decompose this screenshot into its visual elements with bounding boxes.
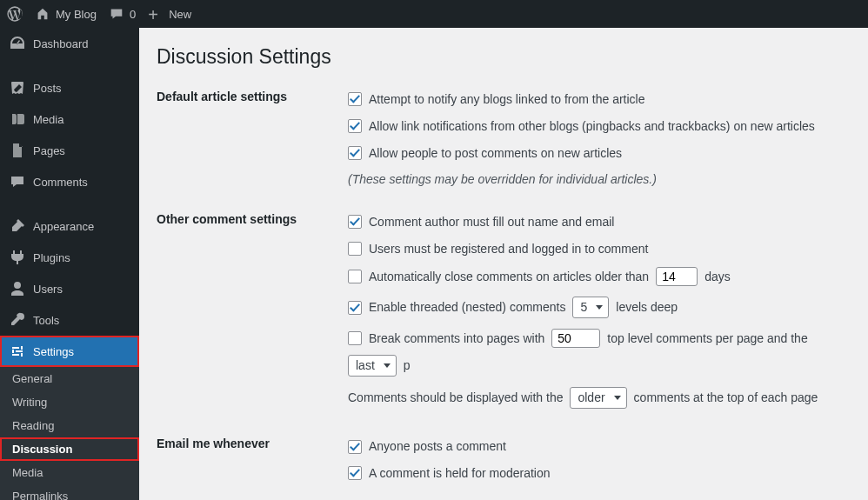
comment-icon <box>109 6 124 22</box>
menu-pages-label: Pages <box>33 144 65 157</box>
section-email-heading: Email me whenever <box>157 431 348 500</box>
home-icon <box>35 6 50 22</box>
adminbar-comments[interactable]: 0 <box>109 6 136 22</box>
dashboard-icon <box>9 35 26 52</box>
menu-dashboard[interactable]: Dashboard <box>0 28 139 59</box>
label-auto-close-prefix: Automatically close comments on articles… <box>369 269 649 285</box>
label-threaded-suffix: levels deep <box>616 299 678 316</box>
site-name: My Blog <box>56 8 97 21</box>
plus-icon: + <box>148 6 164 22</box>
checkbox-require-name-email[interactable] <box>348 215 362 229</box>
chevron-down-icon <box>614 396 621 400</box>
input-close-days[interactable] <box>656 267 698 286</box>
label-paginate-suffix-truncated: p <box>404 357 411 374</box>
discussion-form: Default article settings Attempt to noti… <box>157 84 851 500</box>
checkbox-default-pingback[interactable] <box>348 92 362 106</box>
settings-content: Discussion Settings Default article sett… <box>139 28 868 500</box>
label-allow-comments: Allow people to post comments on new art… <box>369 145 622 162</box>
menu-comments-label: Comments <box>33 176 88 189</box>
checkbox-email-held-moderation[interactable] <box>348 466 362 480</box>
section-other-heading: Other comment settings <box>157 207 348 431</box>
label-threaded-prefix: Enable threaded (nested) comments <box>369 299 565 316</box>
label-comment-order-suffix: comments at the top of each page <box>634 390 818 406</box>
page-title: Discussion Settings <box>157 45 851 69</box>
plugins-icon <box>9 249 26 266</box>
menu-dashboard-label: Dashboard <box>33 37 89 50</box>
menu-tools[interactable]: Tools <box>0 304 139 336</box>
label-auto-close-suffix: days <box>704 269 731 285</box>
menu-media-label: Media <box>33 113 63 126</box>
menu-comments[interactable]: Comments <box>0 166 139 197</box>
select-comment-order-value: older <box>578 390 604 406</box>
submenu-writing[interactable]: Writing <box>0 390 139 414</box>
adminbar-new-label: New <box>169 8 191 21</box>
checkbox-email-anyone-posts[interactable] <box>348 440 362 454</box>
adminbar-new[interactable]: + New <box>148 6 191 22</box>
label-paginate-mid: top level comments per page and the <box>607 330 807 347</box>
default-article-note: (These settings may be overridden for in… <box>348 167 851 190</box>
menu-posts[interactable]: Posts <box>0 72 139 103</box>
wp-logo[interactable] <box>7 6 23 22</box>
checkbox-auto-close[interactable] <box>348 270 362 283</box>
menu-settings[interactable]: Settings <box>0 336 139 367</box>
checkbox-threaded[interactable] <box>348 301 362 315</box>
label-require-name-email: Comment author must fill out name and em… <box>369 214 614 230</box>
menu-appearance[interactable]: Appearance <box>0 210 139 242</box>
label-default-pingback: Attempt to notify any blogs linked to fr… <box>369 91 645 108</box>
submenu-media[interactable]: Media <box>0 461 139 484</box>
chevron-down-icon <box>384 363 391 368</box>
tools-icon <box>9 311 26 329</box>
label-email-held-moderation: A comment is held for moderation <box>369 465 551 482</box>
menu-plugins-label: Plugins <box>33 251 70 264</box>
submenu-permalinks[interactable]: Permalinks <box>0 484 139 500</box>
checkbox-allow-comments[interactable] <box>348 146 362 160</box>
menu-separator <box>0 202 139 206</box>
site-name-link[interactable]: My Blog <box>35 6 97 22</box>
wordpress-icon <box>7 6 23 22</box>
select-default-page[interactable]: last <box>348 355 397 377</box>
checkbox-paginate[interactable] <box>348 331 362 345</box>
menu-tools-label: Tools <box>33 314 59 327</box>
settings-submenu: General Writing Reading Discussion Media… <box>0 367 139 500</box>
users-icon <box>9 280 26 297</box>
settings-icon <box>9 343 26 360</box>
label-email-anyone-posts: Anyone posts a comment <box>369 438 506 455</box>
select-thread-depth[interactable]: 5 <box>572 297 609 318</box>
chevron-down-icon <box>596 305 603 310</box>
select-thread-depth-value: 5 <box>580 299 587 316</box>
posts-icon <box>9 79 26 97</box>
menu-pages[interactable]: Pages <box>0 135 139 166</box>
menu-users[interactable]: Users <box>0 273 139 304</box>
checkbox-default-trackback[interactable] <box>348 119 362 133</box>
menu-settings-label: Settings <box>33 345 74 358</box>
section-default-article-heading: Default article settings <box>157 84 348 207</box>
submenu-discussion[interactable]: Discussion <box>0 437 139 461</box>
adminbar: My Blog 0 + New <box>0 0 868 28</box>
select-default-page-value: last <box>356 357 375 374</box>
submenu-general[interactable]: General <box>0 367 139 390</box>
pages-icon <box>9 142 26 159</box>
label-default-trackback: Allow link notifications from other blog… <box>369 118 815 135</box>
label-paginate-prefix: Break comments into pages with <box>369 330 544 347</box>
label-require-login: Users must be registered and logged in t… <box>369 241 648 257</box>
comments-icon <box>9 173 26 190</box>
comments-count: 0 <box>130 8 136 21</box>
menu-posts-label: Posts <box>33 82 62 95</box>
submenu-reading[interactable]: Reading <box>0 414 139 437</box>
menu-users-label: Users <box>33 283 63 296</box>
menu-separator <box>0 63 139 68</box>
menu-appearance-label: Appearance <box>33 220 94 233</box>
menu-media[interactable]: Media <box>0 103 139 135</box>
input-comments-per-page[interactable] <box>551 329 600 348</box>
select-comment-order[interactable]: older <box>570 387 626 409</box>
admin-menu: Dashboard Posts Media Pages Comments <box>0 28 139 500</box>
menu-plugins[interactable]: Plugins <box>0 242 139 273</box>
appearance-icon <box>9 217 26 235</box>
media-icon <box>9 110 26 128</box>
checkbox-require-login[interactable] <box>348 242 362 256</box>
label-comment-order-prefix: Comments should be displayed with the <box>348 390 563 406</box>
